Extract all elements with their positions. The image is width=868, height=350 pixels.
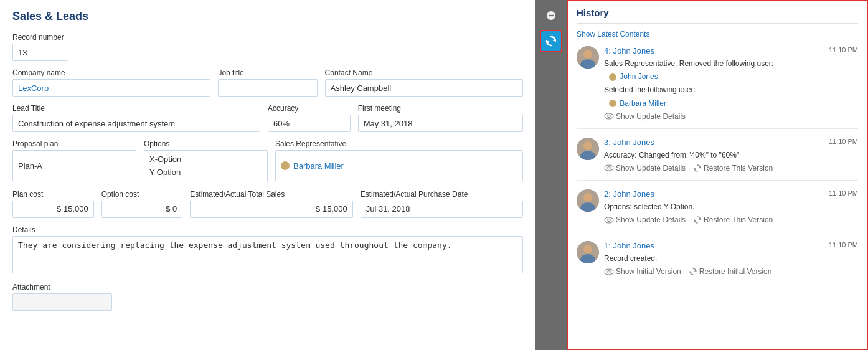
history-content-1: 1: John Jones 11:10 PM Record created. S…	[604, 241, 858, 276]
history-detail-1: Record created.	[604, 253, 858, 265]
history-entry-3: 3: John Jones 11:10 PM Accuracy: Changed…	[577, 138, 858, 181]
lead-title-input[interactable]	[12, 115, 260, 132]
accuracy-group: Accuracy	[268, 104, 351, 132]
show-latest-link[interactable]: Show Latest Contents	[577, 30, 858, 39]
history-selected-user-4: Barbara Miller	[604, 98, 858, 110]
plan-cost-label: Plan cost	[12, 190, 94, 199]
history-field-4: Sales Representative:	[604, 59, 677, 68]
svg-point-17	[605, 217, 613, 223]
svg-point-1	[549, 15, 550, 16]
sales-rep-field: Barbara Miller	[275, 150, 523, 181]
svg-point-15	[583, 193, 592, 202]
svg-point-12	[605, 165, 613, 171]
history-header-4: 4: John Jones 11:10 PM	[604, 46, 858, 55]
selected-user-icon	[609, 100, 616, 107]
proposal-plan-group: Proposal plan	[12, 140, 136, 182]
option-cost-input[interactable]	[101, 201, 183, 218]
history-entry-2-time: 11:10 PM	[829, 189, 858, 197]
company-name-label: Company name	[12, 69, 210, 77]
removed-user-icon	[609, 73, 616, 81]
sales-rep-label: Sales Representative	[275, 140, 523, 148]
history-field-3: Accuracy:	[604, 151, 637, 159]
history-actions-3: Show Update Details Restore This Version	[604, 164, 858, 173]
company-name-input[interactable]	[12, 79, 210, 97]
history-field-2: Options:	[604, 202, 632, 211]
first-meeting-input[interactable]	[358, 115, 523, 132]
show-update-details-2[interactable]: Show Update Details	[604, 215, 686, 224]
details-textarea[interactable]: They are considering replacing the expen…	[12, 236, 523, 273]
history-text-1: Record created.	[604, 254, 657, 263]
svg-point-18	[608, 219, 610, 221]
history-actions-4: Show Update Details	[604, 112, 858, 121]
history-entry-4: 4: John Jones 11:10 PM Sales Representat…	[577, 46, 858, 129]
job-title-label: Job title	[218, 69, 317, 77]
history-selected-label-4: Selected the following user:	[604, 85, 696, 94]
record-number-group: Record number	[12, 33, 523, 61]
contact-name-input[interactable]	[325, 79, 523, 97]
svg-point-3	[552, 15, 554, 16]
details-group: Details They are considering replacing t…	[12, 225, 523, 275]
sales-rep-group: Sales Representative Barbara Miller	[275, 140, 523, 182]
purchase-date-input[interactable]	[361, 201, 523, 218]
history-header-1: 1: John Jones 11:10 PM	[604, 241, 858, 250]
first-meeting-group: First meeting	[358, 104, 523, 132]
avatar-2	[577, 189, 599, 212]
history-entry-1-time: 11:10 PM	[829, 241, 858, 248]
purchase-date-label: Estimated/Actual Purchase Date	[361, 190, 523, 199]
row-company-job-contact: Company name Job title Contact Name	[12, 69, 523, 97]
svg-point-2	[550, 15, 552, 16]
row-costs: Plan cost Option cost Estimated/Actual T…	[12, 190, 523, 218]
row-lead-accuracy-meeting: Lead Title Accuracy First meeting	[12, 104, 523, 132]
job-title-input[interactable]	[218, 79, 317, 97]
accuracy-input[interactable]	[268, 115, 351, 132]
lead-title-label: Lead Title	[12, 104, 260, 113]
attachment-label: Attachment	[12, 283, 523, 291]
sidebar	[535, 0, 567, 350]
svg-point-10	[583, 141, 592, 150]
purchase-date-group: Estimated/Actual Purchase Date	[361, 190, 523, 218]
history-entry-1-user: 1: John Jones	[604, 241, 654, 250]
record-number-label: Record number	[12, 33, 523, 42]
show-update-details-4[interactable]: Show Update Details	[604, 112, 686, 121]
history-entry-2-user: 2: John Jones	[604, 189, 654, 199]
proposal-plan-input[interactable]	[12, 150, 136, 181]
chat-button[interactable]	[540, 5, 562, 27]
history-entry-1: 1: John Jones 11:10 PM Record created. S…	[577, 241, 858, 283]
proposal-plan-label: Proposal plan	[12, 140, 136, 148]
restore-version-2[interactable]: Restore This Version	[693, 215, 773, 224]
estimated-total-input[interactable]	[190, 201, 352, 218]
lead-title-group: Lead Title	[12, 104, 260, 132]
plan-cost-input[interactable]	[12, 201, 94, 218]
svg-point-8	[608, 115, 610, 118]
history-actions-1: Show Initial Version Restore Initial Ver…	[604, 267, 858, 276]
history-panel: History Show Latest Contents 4: John Jon…	[567, 0, 868, 350]
page-title: Sales & Leads	[12, 10, 523, 23]
attachment-input[interactable]	[12, 293, 112, 311]
restore-version-3[interactable]: Restore This Version	[693, 164, 773, 173]
option-1: X-Option	[149, 153, 262, 166]
record-number-input[interactable]	[12, 44, 68, 61]
estimated-total-group: Estimated/Actual Total Sales	[190, 190, 352, 218]
estimated-total-label: Estimated/Actual Total Sales	[190, 190, 352, 199]
plan-cost-group: Plan cost	[12, 190, 94, 218]
history-entry-4-time: 11:10 PM	[829, 46, 858, 54]
refresh-button[interactable]	[540, 30, 562, 52]
svg-point-13	[608, 167, 610, 169]
option-cost-label: Option cost	[101, 190, 183, 199]
selected-user-name: Barbara Miller	[620, 99, 666, 108]
history-entry-3-user: 3: John Jones	[604, 138, 654, 147]
row-plan-options-salesrep: Proposal plan Options X-Option Y-Option …	[12, 140, 523, 182]
contact-name-group: Contact Name	[325, 69, 523, 97]
history-prefix-4: Removed the following user:	[679, 59, 773, 68]
avatar-3	[577, 138, 599, 160]
show-initial-version-1[interactable]: Show Initial Version	[604, 267, 681, 276]
svg-point-22	[605, 269, 613, 275]
restore-initial-1[interactable]: Restore Initial Version	[689, 267, 772, 276]
show-update-details-3[interactable]: Show Update Details	[604, 164, 686, 173]
history-title: History	[577, 7, 858, 24]
company-name-group: Company name	[12, 69, 210, 97]
option-2: Y-Option	[149, 166, 262, 179]
history-removed-user-4: John Jones	[604, 71, 858, 83]
first-meeting-label: First meeting	[358, 104, 523, 113]
history-text-2: selected Y-Option.	[634, 202, 694, 211]
